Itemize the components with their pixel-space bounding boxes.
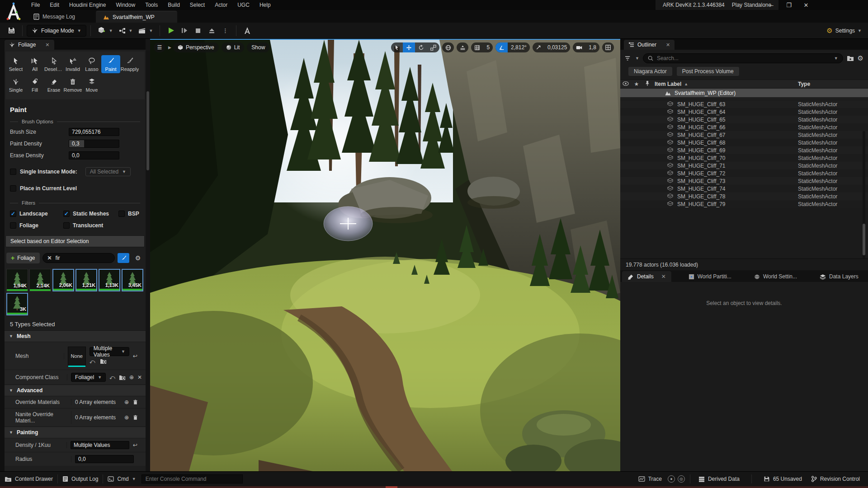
rotation-snap-value[interactable]: 2,812° bbox=[508, 42, 530, 52]
insights-icon[interactable]: ● bbox=[668, 475, 675, 483]
tool-single[interactable]: Single bbox=[6, 76, 25, 94]
skip-button[interactable] bbox=[178, 24, 191, 37]
tool-reapply[interactable]: Reapply bbox=[120, 55, 139, 73]
rotation-snap-control[interactable]: 2,812° bbox=[495, 42, 530, 52]
use-selected-asset-icon[interactable]: ⤺ bbox=[90, 358, 95, 365]
menu-item[interactable]: UGC bbox=[232, 0, 255, 9]
create-folder-icon[interactable] bbox=[847, 55, 854, 61]
reset-to-default-icon[interactable]: ↩ bbox=[133, 353, 137, 359]
tab-data-layers[interactable]: Data Layers bbox=[814, 271, 864, 282]
type-column[interactable]: Type bbox=[798, 81, 810, 87]
perspective-dropdown[interactable]: Perspective bbox=[173, 42, 219, 52]
tab-message-log[interactable]: Message Log bbox=[26, 11, 82, 23]
table-row[interactable]: SM_HUGE_Cliff_71 StaticMeshActor bbox=[620, 162, 868, 169]
table-row[interactable]: SM_HUGE_Cliff_67 StaticMeshActor bbox=[620, 131, 868, 139]
trash-icon[interactable] bbox=[132, 414, 138, 421]
foliage-settings-button[interactable]: ⚙ bbox=[132, 253, 144, 263]
close-icon[interactable]: ✕ bbox=[661, 273, 666, 280]
outliner-settings-icon[interactable]: ⚙ bbox=[858, 54, 863, 62]
select-based-button[interactable]: Select based on Editor Selection bbox=[5, 235, 145, 247]
mode-dropdown[interactable]: Foliage Mode ▼ bbox=[27, 25, 86, 37]
browse-asset-icon[interactable] bbox=[100, 358, 107, 364]
outliner-search[interactable]: ▼ bbox=[643, 53, 843, 63]
component-class-dropdown[interactable]: Foliagel ▼ bbox=[71, 373, 106, 382]
radius-input[interactable]: 0,0 bbox=[75, 455, 134, 463]
stop-button[interactable] bbox=[191, 24, 205, 37]
tool-lasso[interactable]: Lasso bbox=[82, 55, 101, 73]
cmd-dropdown[interactable]: Cmd ▼ bbox=[103, 472, 140, 486]
chevron-down-icon[interactable]: ▼ bbox=[834, 56, 838, 61]
filter-icon[interactable] bbox=[625, 56, 632, 61]
menu-item[interactable]: Houdini Engine bbox=[64, 0, 111, 9]
menu-item[interactable]: Window bbox=[111, 0, 140, 9]
scale-snap-value[interactable]: 0,03125 bbox=[544, 42, 570, 52]
menu-item[interactable]: Build bbox=[163, 0, 185, 9]
chevron-right-icon[interactable]: ▶ bbox=[168, 45, 171, 50]
table-row[interactable]: SM_HUGE_Cliff_69 StaticMeshActor bbox=[620, 146, 868, 154]
eject-button[interactable] bbox=[205, 24, 218, 37]
checkbox[interactable]: ✓ bbox=[10, 211, 16, 217]
table-row[interactable]: SM_HUGE_Cliff_70 StaticMeshActor bbox=[620, 154, 868, 162]
tool-move[interactable]: Move bbox=[82, 76, 101, 94]
clear-search-icon[interactable]: ✕ bbox=[47, 255, 52, 261]
settings-button[interactable]: ⚙ Settings ▼ bbox=[826, 27, 862, 35]
tab-world-partition[interactable]: World Partiti... bbox=[683, 271, 737, 282]
favorite-column-icon[interactable]: ★ bbox=[631, 81, 642, 87]
advanced-section-header[interactable]: ▼ Advanced bbox=[5, 385, 146, 396]
world-local-toggle[interactable] bbox=[442, 42, 454, 52]
visibility-column-icon[interactable] bbox=[620, 81, 631, 87]
content-drawer-button[interactable]: Content Drawer bbox=[0, 472, 57, 486]
filter-static-meshes[interactable]: ✓ Static Meshes bbox=[61, 208, 116, 219]
outliner-search-input[interactable] bbox=[657, 55, 830, 61]
filter-foliage[interactable]: ✓ Foliage bbox=[7, 220, 61, 231]
checkbox[interactable]: ✓ bbox=[10, 222, 16, 229]
close-icon[interactable]: ✕ bbox=[45, 42, 49, 48]
tool-remove[interactable]: Remove bbox=[63, 76, 82, 94]
maximize-viewport-button[interactable] bbox=[602, 42, 614, 52]
checkbox[interactable]: ✓ bbox=[63, 222, 70, 229]
add-actor-button[interactable]: ▼ bbox=[95, 24, 116, 37]
grid-snap-control[interactable]: 5 bbox=[471, 42, 493, 52]
table-row[interactable]: SM_HUGE_Cliff_73 StaticMeshActor bbox=[620, 177, 868, 185]
move-tool-button[interactable] bbox=[403, 42, 415, 52]
ark-paint-tool-button[interactable] bbox=[241, 24, 254, 37]
play-options-button[interactable]: ⋮ bbox=[218, 24, 232, 37]
foliage-panel-scrollbar[interactable] bbox=[146, 51, 150, 471]
menu-item[interactable]: Tools bbox=[140, 0, 163, 9]
table-row[interactable]: SM_HUGE_Cliff_64 StaticMeshActor bbox=[620, 108, 868, 116]
tool-paint[interactable]: Paint bbox=[101, 55, 120, 73]
single-instance-dropdown[interactable]: All Selected ▼ bbox=[85, 167, 131, 176]
table-row[interactable]: SM_HUGE_Cliff_66 StaticMeshActor bbox=[620, 123, 868, 131]
table-row[interactable]: SM_HUGE_Cliff_68 StaticMeshActor bbox=[620, 139, 868, 146]
level-viewport[interactable]: ☰ ▶ Perspective Lit Show bbox=[150, 39, 620, 471]
add-element-icon[interactable]: ⊕ bbox=[124, 399, 129, 405]
trash-icon[interactable] bbox=[132, 399, 138, 405]
menu-item[interactable]: Help bbox=[255, 0, 276, 9]
tab-world-settings[interactable]: World Settin... bbox=[749, 271, 802, 282]
paint-filter-button[interactable] bbox=[118, 253, 129, 263]
filter-chip[interactable]: Post Process Volume bbox=[677, 67, 739, 76]
single-instance-checkbox[interactable]: ✓ bbox=[10, 169, 16, 175]
scale-snap-control[interactable]: 0,03125 bbox=[533, 42, 570, 52]
foliage-type-thumbnail[interactable]: 3K bbox=[6, 293, 28, 315]
camera-speed-value[interactable]: 1,8 bbox=[585, 42, 599, 52]
add-foliage-button[interactable]: + Foliage bbox=[6, 253, 40, 263]
tab-details[interactable]: Details ✕ bbox=[622, 271, 671, 282]
foliage-type-thumbnail[interactable]: 1,21K bbox=[75, 269, 97, 291]
save-button[interactable] bbox=[5, 24, 18, 37]
blueprints-button[interactable]: ▼ bbox=[116, 24, 136, 37]
table-row[interactable]: SM_HUGE_Cliff_79 StaticMeshActor bbox=[620, 200, 868, 208]
mesh-section-header[interactable]: ▼ Mesh bbox=[5, 330, 146, 342]
tool-select-all[interactable]: All bbox=[25, 55, 44, 73]
foliage-type-thumbnail[interactable]: 1,13K bbox=[99, 269, 120, 291]
table-row[interactable]: SM_HUGE_Cliff_78 StaticMeshActor bbox=[620, 192, 868, 200]
surface-snapping-button[interactable] bbox=[457, 42, 468, 52]
checkbox[interactable]: ✓ bbox=[63, 211, 70, 217]
menu-item[interactable]: Edit bbox=[45, 0, 64, 9]
item-label-column[interactable]: Item Label bbox=[655, 81, 681, 87]
clear-icon[interactable]: ✕ bbox=[137, 374, 142, 380]
lit-dropdown[interactable]: Lit bbox=[222, 42, 245, 52]
tool-erase[interactable]: Erase bbox=[44, 76, 63, 94]
restore-button[interactable]: ❐ bbox=[780, 0, 797, 10]
table-row[interactable]: SM_HUGE_Cliff_63 StaticMeshActor bbox=[620, 100, 868, 108]
